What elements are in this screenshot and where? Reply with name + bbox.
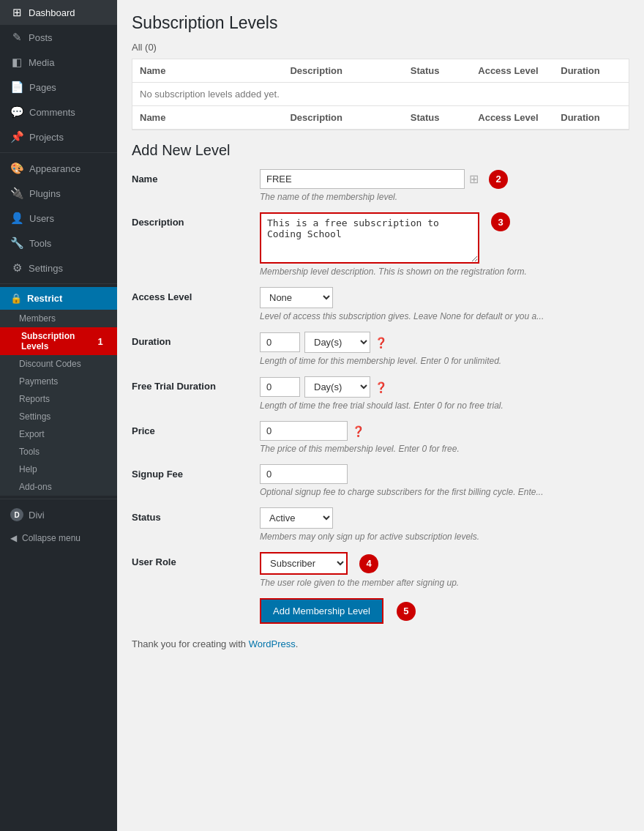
col-header-duration: Duration [553, 59, 629, 83]
free-trial-duration-label: Free Trial Duration [132, 376, 260, 392]
free-trial-number-input[interactable] [260, 377, 300, 397]
sidebar-item-restrict-tools[interactable]: Tools [0, 443, 117, 461]
access-level-field: None Level of access this subscription g… [260, 287, 629, 321]
description-textarea[interactable]: This is a free subscription to Coding Sc… [260, 212, 479, 264]
divi-label: Divi [29, 510, 45, 521]
col-footer-status: Status [403, 106, 471, 130]
sidebar-item-label: Comments [29, 107, 75, 118]
col-footer-duration: Duration [553, 106, 629, 130]
duration-help-icon: ❓ [375, 337, 387, 349]
name-input[interactable] [260, 169, 465, 189]
col-footer-access-level: Access Level [471, 106, 553, 130]
appearance-icon: 🎨 [10, 162, 24, 175]
price-help-icon: ❓ [352, 425, 364, 437]
form-row-access-level: Access Level None Level of access this s… [132, 287, 629, 321]
form-row-name: Name ⊞ 2 The name of the membership leve… [132, 169, 629, 202]
sidebar-item-appearance[interactable]: 🎨 Appearance [0, 156, 117, 181]
access-level-select[interactable]: None [260, 287, 333, 308]
sidebar-item-payments[interactable]: Payments [0, 373, 117, 390]
user-role-field: Subscriber Administrator Editor Author C… [260, 552, 629, 588]
sidebar-item-comments[interactable]: 💬 Comments [0, 100, 117, 124]
table-empty-row: No subscription levels added yet. [132, 83, 629, 106]
signup-fee-input[interactable] [260, 464, 348, 484]
sidebar-item-restrict-settings[interactable]: Settings [0, 408, 117, 425]
collapse-icon: ◀ [10, 533, 17, 543]
dashboard-icon: ⊞ [10, 6, 23, 19]
add-membership-level-button[interactable]: Add Membership Level [260, 598, 383, 624]
sidebar-item-projects[interactable]: 📌 Projects [0, 124, 117, 149]
annotation-2: 2 [489, 170, 508, 189]
empty-message: No subscription levels added yet. [132, 83, 629, 106]
duration-unit-select[interactable]: Day(s) Week(s) Month(s) Year(s) [304, 332, 370, 353]
access-level-label: Access Level [132, 287, 260, 302]
sidebar-item-label: Settings [29, 263, 63, 274]
annotation-5: 5 [397, 602, 416, 621]
form-row-user-role: User Role Subscriber Administrator Edito… [132, 552, 629, 588]
users-icon: 👤 [10, 212, 24, 225]
wordpress-link[interactable]: WordPress [249, 638, 296, 649]
col-header-status: Status [403, 59, 471, 83]
form-row-status: Status Active Inactive Members may only … [132, 507, 629, 542]
user-role-select[interactable]: Subscriber Administrator Editor Author C… [260, 552, 348, 575]
sidebar-item-discount-codes[interactable]: Discount Codes [0, 355, 117, 373]
sidebar-item-label: Media [29, 57, 54, 68]
divi-icon: D [10, 508, 23, 521]
projects-icon: 📌 [10, 130, 24, 144]
sidebar-item-label: Users [29, 213, 54, 224]
name-field: ⊞ 2 The name of the membership level. [260, 169, 629, 202]
media-icon: ◧ [10, 56, 23, 69]
sidebar-item-pages[interactable]: 📄 Pages [0, 75, 117, 100]
price-input[interactable] [260, 421, 348, 441]
footer-text: Thank you for creating with WordPress. [132, 638, 629, 649]
name-hint: The name of the membership level. [260, 192, 629, 202]
free-trial-duration-wrap: Day(s) Week(s) Month(s) Year(s) ❓ [260, 376, 629, 398]
main-content: Subscription Levels All (0) Name Descrip… [117, 0, 644, 831]
submit-spacer [132, 598, 260, 603]
free-trial-hint: Length of time the free trial should las… [260, 400, 629, 411]
sidebar-item-posts[interactable]: ✎ Posts [0, 25, 117, 50]
restrict-icon: 🔒 [10, 293, 22, 304]
duration-number-input[interactable] [260, 332, 300, 352]
sidebar-item-help[interactable]: Help [0, 461, 117, 478]
sidebar-item-tools[interactable]: 🔧 Tools [0, 231, 117, 256]
col-header-description: Description [282, 59, 402, 83]
form-row-submit: Add Membership Level 5 [132, 598, 629, 624]
name-input-icon: ⊞ [469, 172, 479, 186]
name-input-wrap: ⊞ 2 [260, 169, 629, 189]
sidebar-item-members[interactable]: Members [0, 310, 117, 327]
sidebar: ⊞ Dashboard ✎ Posts ◧ Media 📄 Pages 💬 Co… [0, 0, 117, 831]
signup-fee-field: Optional signup fee to charge subscriber… [260, 464, 629, 497]
price-field: ❓ The price of this membership level. En… [260, 421, 629, 454]
sidebar-item-label: Tools [29, 238, 51, 249]
free-trial-unit-select[interactable]: Day(s) Week(s) Month(s) Year(s) [304, 376, 370, 398]
sidebar-item-users[interactable]: 👤 Users [0, 206, 117, 231]
posts-icon: ✎ [10, 31, 23, 44]
tools-icon: 🔧 [10, 236, 24, 250]
form-row-description: Description This is a free subscription … [132, 212, 629, 277]
sidebar-item-add-ons[interactable]: Add-ons [0, 478, 117, 496]
sidebar-item-divi[interactable]: D Divi [0, 502, 117, 527]
sidebar-item-media[interactable]: ◧ Media [0, 50, 117, 75]
sidebar-item-dashboard[interactable]: ⊞ Dashboard [0, 0, 117, 25]
user-role-label: User Role [132, 552, 260, 567]
free-trial-duration-field: Day(s) Week(s) Month(s) Year(s) ❓ Length… [260, 376, 629, 411]
status-select[interactable]: Active Inactive [260, 507, 333, 529]
sidebar-item-subscription-levels[interactable]: Subscription Levels 1 [0, 327, 117, 355]
sidebar-item-label: Posts [29, 32, 53, 43]
sidebar-item-export[interactable]: Export [0, 425, 117, 443]
col-header-access-level: Access Level [471, 59, 553, 83]
free-trial-help-icon: ❓ [375, 381, 387, 393]
sidebar-item-plugins[interactable]: 🔌 Plugins [0, 181, 117, 206]
duration-hint: Length of time for this membership level… [260, 356, 629, 366]
signup-fee-hint: Optional signup fee to charge subscriber… [260, 487, 629, 497]
all-label: All (0) [132, 42, 629, 53]
sidebar-item-restrict[interactable]: 🔒 Restrict [0, 287, 117, 310]
sidebar-item-settings[interactable]: ⚙ Settings [0, 256, 117, 280]
description-label: Description [132, 212, 260, 228]
collapse-menu-button[interactable]: ◀ Collapse menu [0, 527, 117, 549]
sidebar-item-label: Dashboard [29, 7, 75, 18]
user-role-hint: The user role given to the member after … [260, 578, 629, 588]
form-row-signup-fee: Signup Fee Optional signup fee to charge… [132, 464, 629, 497]
price-hint: The price of this membership level. Ente… [260, 444, 629, 454]
sidebar-item-reports[interactable]: Reports [0, 390, 117, 408]
